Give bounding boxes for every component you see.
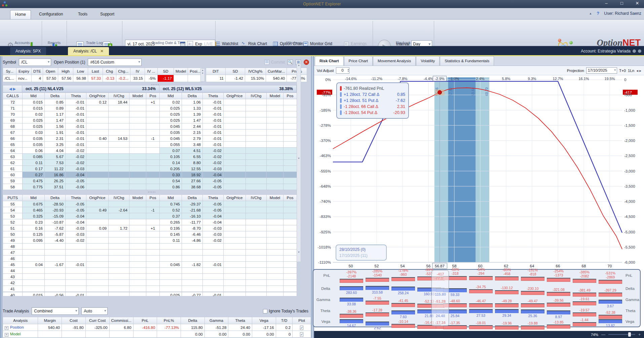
strike-cell[interactable]: 51 — [3, 225, 23, 231]
chain-cell[interactable] — [129, 123, 146, 129]
analysis-col-header[interactable]: Plot — [293, 317, 311, 324]
chain-cell[interactable]: 0.40 — [86, 136, 109, 142]
chain-cell[interactable]: 0.775 — [23, 184, 45, 190]
chain-cell[interactable]: 4.04 — [45, 148, 66, 154]
chain-cell[interactable] — [129, 243, 146, 250]
chain-cell[interactable] — [246, 136, 267, 142]
chain-cell[interactable]: 1.33 — [182, 105, 203, 111]
chain-cell[interactable] — [182, 280, 203, 286]
chain-cell[interactable] — [129, 178, 146, 184]
plot-checkbox[interactable]: ✓ — [300, 332, 303, 337]
chain-cell[interactable]: 0.025 — [160, 111, 182, 117]
chain-cell[interactable] — [86, 243, 109, 250]
chain-cell[interactable]: -0.56 — [45, 292, 66, 296]
chain-cell[interactable]: -10.87 — [45, 219, 66, 225]
chain-cell[interactable] — [246, 268, 267, 274]
chain-cell[interactable] — [246, 123, 267, 129]
chain-cell[interactable]: -0.01 — [66, 262, 86, 268]
chain-cell[interactable] — [129, 268, 146, 274]
chain-cell[interactable]: -0.04 — [66, 213, 86, 219]
analysis-col-header[interactable]: Margin — [38, 317, 62, 324]
strike-cell[interactable]: 55 — [3, 201, 23, 207]
chain-cell[interactable]: -0.06 — [66, 184, 86, 190]
chain-cell[interactable] — [246, 231, 267, 237]
chain-cell[interactable] — [246, 99, 267, 105]
chain-cell[interactable] — [224, 148, 246, 154]
chain-cell[interactable]: -0.01 — [203, 142, 224, 148]
chain-cell[interactable] — [129, 160, 146, 166]
chain-cell[interactable] — [224, 274, 246, 280]
chain-row[interactable]: 47 — [3, 250, 297, 256]
chain-cell[interactable] — [129, 219, 146, 225]
chain-cell[interactable] — [146, 219, 160, 225]
chain-cell[interactable] — [283, 250, 297, 256]
chain-row[interactable]: 550.675-28.50-0.050.745-29.37-0.05 — [3, 201, 297, 207]
chain-cell[interactable] — [283, 268, 297, 274]
chart-tab-price-chart[interactable]: Price Chart — [344, 56, 373, 66]
chain-col-header[interactable]: Theta — [203, 195, 224, 201]
chain-cell[interactable] — [283, 274, 297, 280]
chain-cell[interactable]: 4.51 — [182, 148, 203, 154]
chain-row[interactable]: 670.031.91-0.010.0352.15-0.01 — [3, 129, 297, 136]
chain-cell[interactable]: 27.66 — [182, 178, 203, 184]
chain-cell[interactable]: -2.64 — [109, 207, 129, 213]
chain-cell[interactable] — [129, 262, 146, 268]
chain-cell[interactable] — [109, 117, 129, 123]
chain-cell[interactable] — [267, 250, 283, 256]
chain-cell[interactable] — [86, 201, 109, 207]
chain-cell[interactable]: -0.77 — [182, 292, 203, 296]
chain-cell[interactable] — [160, 268, 182, 274]
chain-cell[interactable]: -0.02 — [66, 148, 86, 154]
chain-cell[interactable] — [283, 172, 297, 178]
chain-cell[interactable] — [283, 256, 297, 262]
chain-cell[interactable] — [146, 142, 160, 148]
chain-cell[interactable]: 0.025 — [23, 123, 45, 129]
chain-cell[interactable] — [246, 207, 267, 213]
chain-cell[interactable]: -0.01 — [66, 292, 86, 296]
chain-row[interactable]: 520.23-10.87-0.040.265-11.77-0.04 — [3, 219, 297, 225]
expand-icon[interactable]: + — [5, 326, 8, 330]
puts-table-clipped-row[interactable]: 400.015-0.56-0.010.025-0.77-0.01 — [3, 292, 297, 296]
chain-cell[interactable] — [146, 262, 160, 268]
chain-cell[interactable]: 0.745 — [160, 201, 182, 207]
quote-col-header[interactable]: Last — [88, 68, 103, 75]
chain-cell[interactable] — [129, 105, 146, 111]
chain-col-header[interactable]: OrigPrice — [86, 93, 109, 99]
chain-cell[interactable] — [246, 213, 267, 219]
chain-row[interactable]: 590.47526.25-0.050.5427.66-0.05 — [3, 178, 297, 184]
analysis-col-header[interactable]: PnL% — [157, 317, 181, 324]
chain-cell[interactable] — [203, 256, 224, 262]
chain-cell[interactable] — [267, 231, 283, 237]
chain-cell[interactable]: 0.025 — [160, 292, 182, 296]
analysis-row-name[interactable]: +Position — [3, 324, 38, 331]
chain-cell[interactable] — [109, 280, 129, 286]
left-resize-edge[interactable] — [0, 56, 2, 338]
chain-cell[interactable] — [146, 123, 160, 129]
chain-cell[interactable]: 0.045 — [160, 136, 182, 142]
strike-cell[interactable]: 64 — [3, 148, 23, 154]
chain-cell[interactable] — [86, 123, 109, 129]
analysis-col-header[interactable]: Curr Cost — [85, 317, 109, 324]
chain-cell[interactable] — [224, 111, 246, 117]
chain-cell[interactable] — [224, 231, 246, 237]
chain-cell[interactable]: -4.86 — [182, 237, 203, 243]
chart-tab-movement-analysis[interactable]: Movement Analysis — [373, 56, 416, 66]
analysis-cell[interactable] — [85, 331, 109, 338]
chain-cell[interactable] — [23, 250, 45, 256]
chain-cell[interactable] — [109, 213, 129, 219]
chain-cell[interactable] — [66, 280, 86, 286]
chain-col-header[interactable]: Pos — [283, 93, 297, 99]
strike-cell[interactable]: 44 — [3, 268, 23, 274]
chain-cell[interactable]: 0.045 — [160, 262, 182, 268]
summary-cell[interactable]: 11 — [206, 75, 226, 82]
analysis-row-model[interactable]: +Model0.000.000.000.000✓ — [3, 331, 311, 338]
chain-cell[interactable] — [129, 250, 146, 256]
chain-cell[interactable]: 3.25 — [45, 142, 66, 148]
chain-row[interactable]: 530.325-15.09-0.040.37-16.10-0.04 — [3, 213, 297, 219]
chain-cell[interactable] — [246, 201, 267, 207]
chain-cell[interactable]: 0.025 — [23, 117, 45, 123]
chain-cell[interactable]: 2.44 — [182, 123, 203, 129]
strike-cell[interactable]: 41 — [3, 286, 23, 292]
account-menu-icon[interactable] — [638, 49, 641, 53]
quote-col-header[interactable]: Chg — [103, 68, 116, 75]
